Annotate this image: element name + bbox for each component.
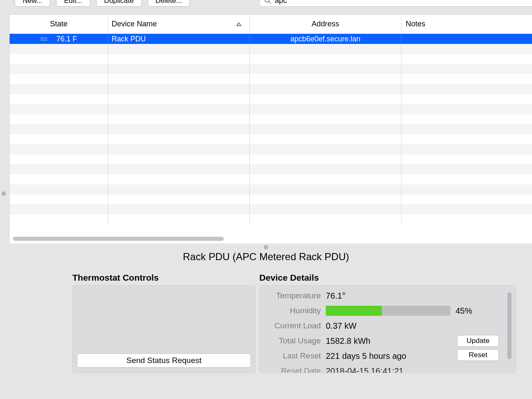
detail-label: Humidity — [260, 306, 326, 315]
table-row[interactable] — [10, 205, 532, 215]
detail-row-humidity: Humidity 45% — [260, 303, 516, 318]
current-load-value: 0.37 kW — [326, 321, 356, 331]
table-row[interactable] — [10, 184, 532, 194]
detail-side-buttons: Update Reset — [457, 335, 499, 361]
svg-line-1 — [269, 2, 271, 3]
send-status-request-button[interactable]: Send Status Request — [77, 353, 251, 368]
table-row[interactable] — [10, 54, 532, 64]
cell-address: apcb6e0ef.secure.lan — [250, 34, 402, 44]
splitter-handle-icon[interactable] — [264, 245, 268, 249]
cell-notes — [402, 34, 532, 44]
table-row[interactable] — [10, 44, 532, 54]
table-row[interactable] — [10, 154, 532, 164]
table-row[interactable] — [10, 215, 532, 225]
cell-device-name: Rack PDU — [108, 34, 250, 44]
detail-label: Last Reset — [260, 351, 326, 361]
table-row[interactable] — [10, 164, 532, 174]
duplicate-button[interactable]: Duplicate — [96, 0, 142, 7]
humidity-bar — [326, 306, 450, 316]
device-table: State Device Name Address Notes ▪▪▪▪▪▪▪▪… — [9, 14, 532, 243]
new-button[interactable]: New... — [15, 0, 50, 7]
table-row[interactable] — [10, 114, 532, 124]
splitter-handle-icon[interactable] — [2, 192, 6, 196]
detail-label: Total Usage — [260, 336, 326, 345]
table-row[interactable] — [10, 94, 532, 104]
detail-row-reset-date: Reset Date 2018-04-15 16:41:21 — [260, 363, 516, 373]
search-field[interactable] — [259, 0, 532, 7]
column-header-device-name[interactable]: Device Name — [108, 15, 250, 33]
table-row[interactable] — [10, 104, 532, 114]
total-usage-value: 1582.8 kWh — [326, 336, 371, 346]
table-header-row: State Device Name Address Notes — [10, 15, 532, 34]
column-header-address[interactable]: Address — [250, 15, 402, 33]
update-button[interactable]: Update — [457, 335, 499, 347]
vertical-scrollbar[interactable] — [506, 290, 512, 368]
column-header-label: Device Name — [112, 20, 157, 28]
table-row[interactable] — [10, 194, 532, 205]
thermostat-panel: Send Status Request — [72, 285, 256, 373]
vertical-scroll-thumb[interactable] — [507, 292, 512, 359]
thermostat-section-label: Thermostat Controls — [72, 273, 159, 283]
horizontal-scroll-thumb[interactable] — [13, 237, 224, 241]
search-input[interactable] — [275, 0, 532, 5]
detail-row-temperature: Temperature 76.1° — [260, 288, 516, 303]
table-row[interactable] — [10, 174, 532, 184]
column-header-notes[interactable]: Notes — [402, 15, 532, 33]
table-row[interactable] — [10, 84, 532, 94]
table-body: ▪▪▪▪▪▪▪▪▪▪ 76.1 F Rack PDU apcb6e0ef.sec… — [10, 34, 532, 225]
device-details-panel: Temperature 76.1° Humidity 45% Current L… — [259, 285, 516, 373]
last-reset-value: 221 days 5 hours ago — [326, 351, 406, 361]
state-value: 76.1 F — [56, 35, 77, 43]
drag-handle-icon: ▪▪▪▪▪▪▪▪▪▪ — [41, 37, 56, 41]
table-row[interactable] — [10, 124, 532, 134]
device-details-section-label: Device Details — [259, 273, 319, 283]
temperature-value: 76.1° — [326, 291, 345, 301]
toolbar: New... Edit... Duplicate Delete... — [15, 0, 190, 7]
table-row[interactable] — [10, 134, 532, 144]
horizontal-scrollbar[interactable] — [13, 236, 529, 242]
delete-button[interactable]: Delete... — [148, 0, 190, 7]
humidity-value: 45% — [455, 306, 472, 316]
table-row[interactable] — [10, 74, 532, 84]
cell-state: ▪▪▪▪▪▪▪▪▪▪ 76.1 F — [10, 34, 108, 44]
column-header-state[interactable]: State — [10, 15, 108, 33]
edit-button[interactable]: Edit... — [56, 0, 90, 7]
detail-label: Reset Date — [260, 366, 326, 373]
detail-row-current-load: Current Load 0.37 kW — [260, 318, 516, 333]
reset-date-value: 2018-04-15 16:41:21 — [326, 366, 404, 373]
detail-label: Current Load — [260, 321, 326, 330]
reset-button[interactable]: Reset — [457, 349, 499, 361]
detail-label: Temperature — [260, 291, 326, 300]
sort-ascending-icon — [236, 20, 242, 28]
table-row[interactable] — [10, 64, 532, 74]
table-row[interactable] — [10, 144, 532, 154]
detail-title: Rack PDU (APC Metered Rack PDU) — [0, 251, 532, 263]
table-row[interactable]: ▪▪▪▪▪▪▪▪▪▪ 76.1 F Rack PDU apcb6e0ef.sec… — [10, 34, 532, 44]
search-icon — [264, 0, 271, 4]
humidity-fill — [326, 306, 382, 316]
